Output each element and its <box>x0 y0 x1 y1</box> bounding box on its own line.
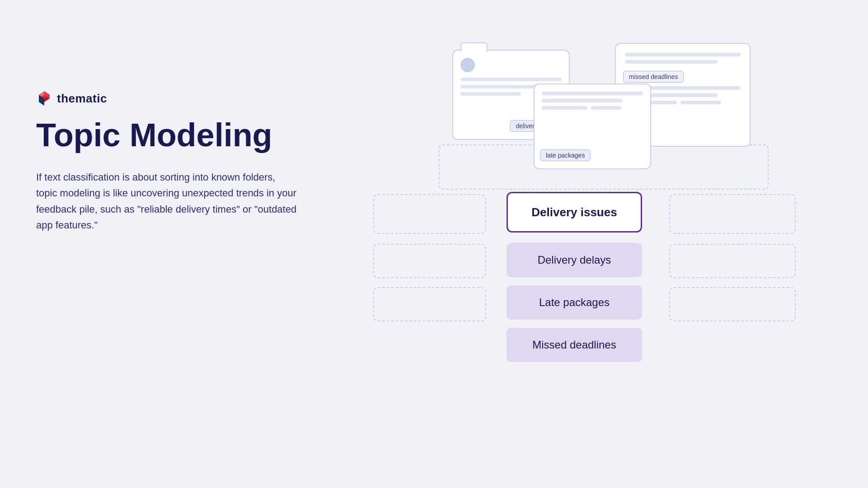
avatar-icon <box>460 58 475 72</box>
line-1 <box>625 53 741 56</box>
sub-topic-late-packages: Late packages <box>507 285 642 320</box>
folder-tab <box>460 42 488 51</box>
placeholder-left-bottom <box>373 287 486 321</box>
sub-topic-label-2: Late packages <box>539 296 610 309</box>
line-4 <box>591 106 621 110</box>
right-illustration: delivery delays late packages missed dea… <box>371 0 868 488</box>
sub-topic-delivery-delays: Delivery delays <box>507 243 642 277</box>
logo-text: thematic <box>57 92 107 106</box>
line-3 <box>460 92 521 96</box>
line-2 <box>625 60 718 64</box>
line-3 <box>542 106 587 110</box>
late-packages-tag: late packages <box>540 149 591 161</box>
placeholder-left-mid <box>373 244 486 278</box>
sub-topic-label-1: Delivery delays <box>538 254 611 266</box>
line-1 <box>542 92 643 95</box>
sub-topic-label-3: Missed deadlines <box>532 339 616 351</box>
line-2 <box>460 85 541 88</box>
line-6 <box>680 101 721 104</box>
logo-area: thematic <box>36 90 298 107</box>
line-1 <box>460 78 562 81</box>
main-topic-label: Delivery issues <box>531 205 617 219</box>
placeholder-left-top <box>373 194 486 234</box>
missed-deadlines-tag: missed deadlines <box>623 71 684 83</box>
left-panel: thematic Topic Modeling If text classifi… <box>36 90 298 233</box>
main-topic-box: Delivery issues <box>507 192 642 232</box>
doc-card-2: late packages <box>534 84 651 169</box>
sub-topic-missed-deadlines: Missed deadlines <box>507 328 642 362</box>
placeholder-right-bottom <box>669 287 796 321</box>
page-title: Topic Modeling <box>36 117 298 153</box>
placeholder-right-mid <box>669 244 796 278</box>
thematic-logo-icon <box>36 90 52 107</box>
placeholder-right-top <box>669 194 796 234</box>
line-2 <box>542 99 623 102</box>
page-description: If text classification is about sorting … <box>36 169 298 233</box>
